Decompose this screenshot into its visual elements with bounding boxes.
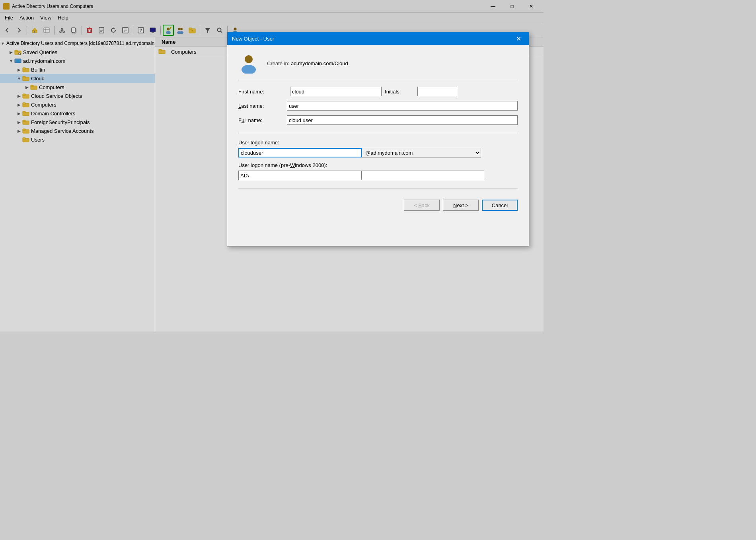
lastname-input[interactable]: [287, 101, 518, 111]
modal-overlay: New Object - User ✕ Create in: ad.mydoma…: [0, 0, 544, 341]
dialog-header-row: Create in: ad.mydomain.com/Cloud: [238, 53, 518, 80]
initials-label: Initials:: [385, 89, 413, 95]
prewin-label-row: User logon name (pre-Windows 2000):: [238, 162, 518, 168]
dialog-user-icon: [238, 53, 259, 74]
logon-name-input[interactable]: [238, 148, 362, 157]
create-in-label: Create in:: [267, 60, 289, 66]
fullname-row: Full name:: [238, 115, 518, 125]
prewin-domain-input[interactable]: [238, 171, 362, 180]
lastname-row: Last name:: [238, 101, 518, 111]
fullname-input[interactable]: [287, 115, 518, 125]
prewin-label: User logon name (pre-Windows 2000):: [238, 162, 327, 168]
dialog-create-info: Create in: ad.mydomain.com/Cloud: [267, 60, 348, 66]
logon-name-label: User logon name:: [238, 140, 279, 146]
logon-input-row: @ad.mydomain.com: [238, 148, 518, 157]
svg-point-73: [245, 55, 253, 63]
dialog-title-bar: New Object - User ✕: [227, 32, 529, 45]
cancel-button[interactable]: Cancel: [482, 200, 518, 211]
next-button[interactable]: Next >: [443, 200, 479, 211]
dialog-buttons: < Back Next > Cancel: [238, 195, 518, 214]
create-in-path: ad.mydomain.com/Cloud: [291, 60, 348, 66]
dialog-close-button[interactable]: ✕: [513, 33, 524, 44]
firstname-label: First name:: [238, 89, 290, 95]
logon-label-row: User logon name:: [238, 140, 518, 146]
prewin-user-input[interactable]: [362, 171, 484, 180]
form-separator-2: [238, 188, 518, 188]
firstname-input[interactable]: [290, 87, 382, 96]
prewin-input-row: [238, 171, 518, 180]
fullname-label: Full name:: [238, 117, 287, 123]
dialog-title: New Object - User: [232, 36, 513, 42]
initials-input[interactable]: [417, 87, 457, 96]
new-user-dialog: New Object - User ✕ Create in: ad.mydoma…: [227, 32, 529, 247]
domain-suffix-select[interactable]: @ad.mydomain.com: [362, 148, 481, 157]
lastname-label: Last name:: [238, 103, 287, 109]
svg-point-74: [242, 65, 256, 74]
form-separator-1: [238, 133, 518, 133]
back-button[interactable]: < Back: [404, 200, 440, 211]
firstname-row: First name: Initials:: [238, 87, 518, 96]
dialog-body: Create in: ad.mydomain.com/Cloud First n…: [227, 45, 529, 222]
